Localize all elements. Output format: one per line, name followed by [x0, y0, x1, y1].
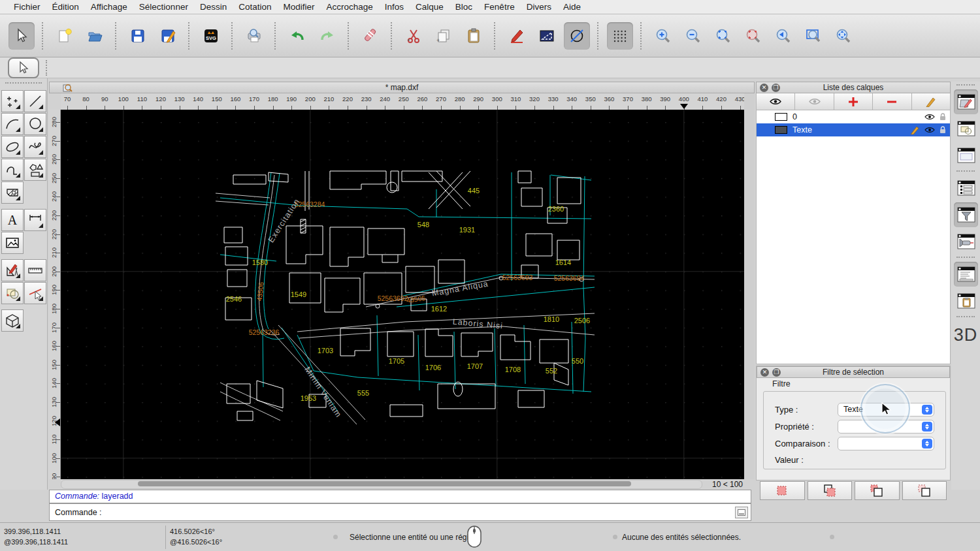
layer-row-texte[interactable]: Texte — [757, 123, 950, 136]
menu-cotation[interactable]: Cotation — [233, 2, 277, 12]
new-document-button[interactable] — [52, 22, 78, 50]
polyline-tool[interactable] — [1, 159, 24, 181]
grid-button[interactable] — [607, 22, 633, 50]
menu-infos[interactable]: Infos — [379, 2, 410, 12]
select-tool-button[interactable] — [8, 57, 39, 78]
clipboard-window-button[interactable] — [954, 289, 978, 313]
block-list-window-button[interactable] — [954, 116, 978, 141]
copy-button[interactable]: + — [431, 22, 457, 50]
filter-deselect-all-button[interactable] — [808, 481, 853, 500]
modify-tool[interactable] — [1, 259, 24, 281]
zoom-pan-button[interactable] — [830, 22, 857, 50]
layer-lock-icon[interactable] — [939, 113, 946, 121]
add-layer-button[interactable] — [834, 93, 873, 110]
command-options-button[interactable] — [735, 507, 748, 518]
draft-mode-button[interactable] — [564, 22, 590, 50]
menu-modifier[interactable]: Modifier — [277, 2, 320, 12]
scrollbar-thumb[interactable] — [138, 481, 631, 486]
menu-aide[interactable]: Aide — [557, 2, 587, 12]
line-tool[interactable] — [24, 90, 46, 112]
arc-tool[interactable] — [1, 113, 24, 135]
layer-color-swatch[interactable] — [775, 113, 787, 121]
print-preview-button[interactable] — [241, 22, 267, 50]
modify-layer-button[interactable] — [912, 93, 950, 110]
select-button[interactable] — [8, 22, 35, 50]
filter-select-partial-button[interactable] — [855, 481, 900, 500]
detach-panel-button[interactable]: ❐ — [772, 84, 780, 92]
close-panel-button[interactable]: ✕ — [760, 84, 768, 92]
menu-divers[interactable]: Divers — [521, 2, 557, 12]
menu-bloc[interactable]: Bloc — [449, 2, 478, 12]
dropdown-stepper-icon[interactable] — [922, 405, 932, 415]
zoom-window-button[interactable] — [800, 22, 826, 50]
polygon-tool[interactable] — [24, 159, 46, 181]
layer-color-swatch[interactable] — [775, 126, 787, 134]
layer-visibility-icon[interactable] — [924, 114, 935, 120]
export-svg-button[interactable]: SVG — [198, 22, 224, 50]
redo-button[interactable] — [314, 22, 340, 50]
save-button[interactable] — [125, 22, 151, 50]
paste-button[interactable] — [461, 22, 487, 50]
command-input[interactable] — [106, 505, 735, 520]
show-all-layers-button[interactable] — [757, 93, 795, 110]
layer-visibility-icon[interactable] — [924, 127, 935, 133]
undo-button[interactable] — [284, 22, 310, 50]
document-window-icon — [63, 83, 73, 93]
menu-edition[interactable]: Édition — [46, 2, 85, 12]
hatch-tool[interactable] — [1, 181, 24, 204]
layer-list-window-button[interactable] — [954, 89, 978, 114]
ellipse-tool[interactable] — [1, 136, 24, 158]
text-tool[interactable]: A — [1, 209, 24, 231]
image-tool[interactable] — [1, 232, 24, 254]
menu-accrochage[interactable]: Accrochage — [320, 2, 378, 12]
3d-mode-label[interactable]: 3D — [951, 325, 980, 345]
menu-affichage[interactable]: Affichage — [85, 2, 133, 12]
command-window-button[interactable] — [954, 262, 978, 287]
layer-edit-icon[interactable] — [911, 125, 920, 134]
zoom-previous-button[interactable] — [740, 22, 766, 50]
delete-entities-button[interactable] — [357, 22, 384, 50]
menu-fenetre[interactable]: Fenêtre — [478, 2, 521, 12]
menu-calque[interactable]: Calque — [410, 2, 449, 12]
cut-button[interactable]: + — [400, 22, 427, 50]
menu-selectionner[interactable]: Sélectionner — [133, 2, 194, 12]
filter-comparison-dropdown[interactable] — [838, 437, 934, 450]
dropdown-stepper-icon[interactable] — [922, 439, 932, 449]
points-tool[interactable] — [1, 90, 24, 112]
dropdown-stepper-icon[interactable] — [922, 422, 932, 432]
hide-all-layers-button[interactable] — [795, 93, 834, 110]
zoom-in-button[interactable] — [650, 22, 676, 50]
dimension-tool[interactable] — [24, 209, 46, 231]
entity-list-window-button[interactable] — [954, 176, 978, 200]
layer-row-0[interactable]: 0 — [757, 110, 950, 123]
zoom-out-button[interactable] — [680, 22, 706, 50]
inspection-window-button[interactable] — [954, 229, 978, 254]
circle-tool[interactable] — [24, 113, 46, 135]
detach-panel-button[interactable]: ❐ — [772, 368, 781, 377]
spline-tool[interactable] — [24, 136, 46, 158]
measure-tool[interactable] — [24, 259, 46, 281]
remove-layer-button[interactable] — [873, 93, 911, 110]
open-file-button[interactable] — [82, 22, 108, 50]
drawing-canvas[interactable]: 4452360548193116141580254615491612181025… — [61, 110, 744, 479]
save-as-button[interactable] — [155, 22, 181, 50]
selection-filter-window-button[interactable] — [954, 202, 978, 227]
close-panel-button[interactable]: ✕ — [760, 368, 769, 377]
document-titlebar[interactable]: * map.dxf — [49, 82, 755, 93]
blocks-tool[interactable] — [1, 282, 24, 304]
palette-drag-handle[interactable] — [5, 82, 42, 87]
order-button[interactable] — [534, 22, 560, 50]
library-browser-window-button[interactable] — [954, 143, 978, 168]
layer-lock-icon[interactable] — [939, 126, 946, 134]
zoom-back-button[interactable] — [770, 22, 796, 50]
filter-deselect-partial-button[interactable] — [902, 481, 947, 500]
menu-fichier[interactable]: Fichier — [8, 2, 46, 12]
strip-drag-handle[interactable] — [956, 84, 975, 87]
edit-attributes-button[interactable] — [504, 22, 530, 50]
select-entity-tool[interactable] — [24, 282, 46, 304]
menu-dessin[interactable]: Dessin — [194, 2, 233, 12]
solid-3d-tool[interactable] — [1, 309, 24, 332]
horizontal-scrollbar[interactable] — [61, 480, 702, 489]
filter-select-all-button[interactable] — [760, 481, 805, 500]
zoom-auto-button[interactable] — [710, 22, 736, 50]
